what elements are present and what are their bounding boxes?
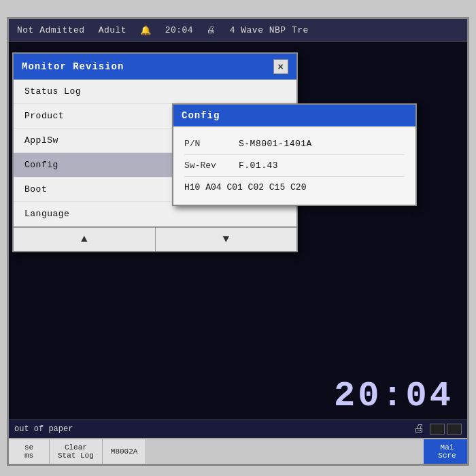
screen-content: Monitor Revision × Status Log Product Ap… xyxy=(9,42,467,430)
toolbar-spacer xyxy=(146,439,424,464)
toolbar-btn-clear-line2: Stat Log xyxy=(58,452,94,460)
config-row-codes: H10 A04 C01 C02 C15 C20 xyxy=(184,177,405,198)
toolbar-button-m8002a[interactable]: M8002A xyxy=(103,439,147,464)
notification-bar: out of paper 🖨 xyxy=(9,419,467,438)
toolbar-btn-m8002a-line1: M8002A xyxy=(111,447,138,456)
screen: Not Admitted Adult 🔔 20:04 🖨 4 Wave NBP … xyxy=(7,17,469,466)
scroll-up-button[interactable]: ▲ xyxy=(14,228,156,251)
patient-type-label: Adult xyxy=(99,25,127,35)
wave-info: 4 Wave NBP Tre xyxy=(230,25,309,35)
config-value-swrev: F.01.43 xyxy=(239,160,278,171)
config-body: P/N S-M8001-1401A Sw-Rev F.01.43 H10 A04… xyxy=(173,126,415,205)
toolbar-button-main-screen[interactable]: Mai Scre xyxy=(424,439,469,464)
printer-icon: 🖨 xyxy=(413,422,424,435)
monitor-revision-title-bar: Monitor Revision × xyxy=(14,54,296,80)
printer-small-icon: 🖨 xyxy=(207,25,216,35)
toolbar: se ms Clear Stat Log M8002A Mai Scre xyxy=(9,438,469,464)
monitor-bezel: Not Admitted Adult 🔔 20:04 🖨 4 Wave NBP … xyxy=(0,0,476,476)
alarm-icon: 🔔 xyxy=(140,25,152,36)
menu-item-status-log[interactable]: Status Log xyxy=(14,80,296,104)
toolbar-btn-main-line2: Scre xyxy=(438,452,456,460)
status-bar: Not Admitted Adult 🔔 20:04 🖨 4 Wave NBP … xyxy=(9,19,467,42)
status-time: 20:04 xyxy=(165,25,194,35)
config-row-swrev: Sw-Rev F.01.43 xyxy=(184,155,405,177)
monitor-revision-close-button[interactable]: × xyxy=(273,59,288,74)
toolbar-btn-se-line1: se xyxy=(24,443,33,452)
toolbar-btn-main-line1: Mai xyxy=(441,443,454,452)
big-clock: 20:04 xyxy=(334,376,454,416)
config-title-bar: Config xyxy=(173,105,415,126)
config-label-swrev: Sw-Rev xyxy=(184,160,225,171)
indicator-2 xyxy=(447,424,462,435)
out-of-paper-text: out of paper xyxy=(14,424,73,434)
toolbar-btn-se-line2: ms xyxy=(24,452,33,460)
dialog-footer: ▲ ▼ xyxy=(14,226,296,251)
toolbar-button-clear-stat-log[interactable]: Clear Stat Log xyxy=(50,439,103,464)
config-title: Config xyxy=(182,110,220,121)
corner-indicators xyxy=(430,424,462,435)
indicator-1 xyxy=(430,424,445,435)
arrow-up-icon: ▲ xyxy=(81,233,88,245)
scroll-down-button[interactable]: ▼ xyxy=(156,228,297,251)
config-dialog: Config P/N S-M8001-1401A Sw-Rev F.01.43 … xyxy=(172,103,417,206)
toolbar-button-se[interactable]: se ms xyxy=(9,439,50,464)
config-row-pn: P/N S-M8001-1401A xyxy=(184,133,405,155)
config-value-pn: S-M8001-1401A xyxy=(239,139,312,149)
monitor-revision-title: Monitor Revision xyxy=(22,61,124,72)
arrow-down-icon: ▼ xyxy=(222,233,229,245)
toolbar-btn-clear-line1: Clear xyxy=(65,443,87,452)
config-label-pn: P/N xyxy=(184,139,225,149)
not-admitted-label: Not Admitted xyxy=(17,25,85,35)
